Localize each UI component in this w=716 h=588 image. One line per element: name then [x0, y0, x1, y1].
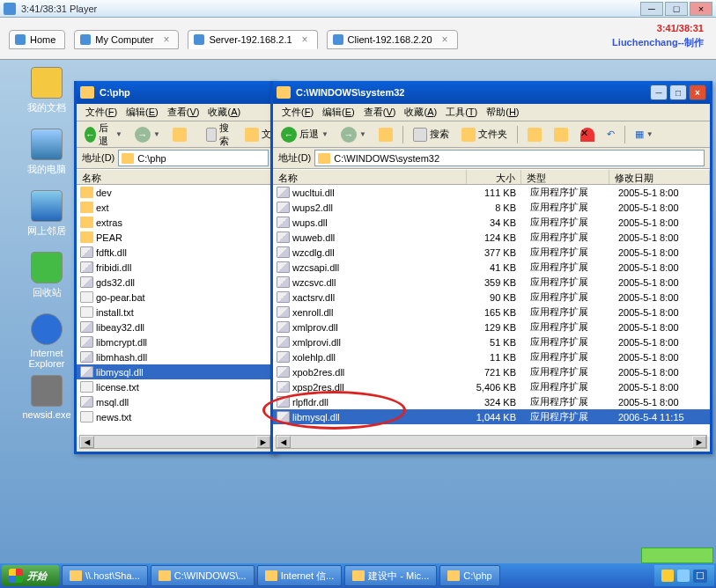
titlebar[interactable]: C:\php: [77, 81, 274, 104]
col-type[interactable]: 类型: [521, 170, 609, 184]
copy-to-button[interactable]: [550, 125, 572, 144]
menu-v[interactable]: 查看(V): [360, 104, 400, 121]
undo-button[interactable]: ↶: [602, 125, 619, 144]
file-row[interactable]: news.txt: [77, 409, 274, 424]
folders-button[interactable]: 文件夹: [457, 125, 512, 144]
file-row[interactable]: wups2.dll8 KB应用程序扩展2005-5-1 8:00: [273, 200, 710, 215]
language-indicator[interactable]: ☐: [693, 570, 707, 583]
desktop-icon-ie[interactable]: Internet Explorer: [16, 313, 78, 369]
desktop-icon-docs[interactable]: 我的文档: [16, 67, 78, 114]
taskbar-button-3[interactable]: 建设中 - Mic...: [344, 565, 437, 586]
views-button[interactable]: ▦▼: [631, 125, 658, 144]
back-button[interactable]: ←后退▼: [80, 125, 127, 144]
menu-e[interactable]: 编辑(E): [122, 104, 162, 121]
desktop[interactable]: 我的文档我的电脑网上邻居回收站Internet Explorernewsid.e…: [0, 60, 716, 570]
taskbar-button-0[interactable]: \\.host\Sha...: [62, 565, 148, 586]
tab-close-button[interactable]: ×: [163, 33, 169, 46]
start-button[interactable]: 开始: [2, 565, 59, 586]
vm-tab-1[interactable]: My Computer×: [74, 30, 179, 49]
menu-t[interactable]: 工具(T): [442, 104, 481, 121]
col-size[interactable]: 大小: [467, 170, 521, 184]
tray-icon[interactable]: [677, 570, 690, 582]
titlebar[interactable]: C:\WINDOWS\system32 ─ □ ×: [273, 81, 710, 104]
col-date[interactable]: 修改日期: [609, 170, 710, 184]
file-row[interactable]: libmhash.dll: [77, 349, 274, 364]
file-row[interactable]: dev: [77, 185, 274, 200]
file-row[interactable]: wzcdlg.dll377 KB应用程序扩展2005-5-1 8:00: [273, 245, 710, 260]
file-row[interactable]: libeay32.dll: [77, 320, 274, 334]
scrollbar-horizontal[interactable]: ◄►: [276, 435, 707, 449]
file-row[interactable]: gds32.dll: [77, 275, 274, 290]
desktop-icon-mycomp[interactable]: 我的电脑: [16, 129, 78, 176]
up-button[interactable]: [168, 125, 191, 144]
file-list[interactable]: devextextrasPEARfdftk.dllfribidi.dllgds3…: [77, 185, 274, 437]
file-row[interactable]: wups.dll34 KB应用程序扩展2005-5-1 8:00: [273, 215, 710, 230]
vm-tab-2[interactable]: Server-192.168.2.1×: [188, 30, 317, 49]
file-row[interactable]: wucltui.dll111 KB应用程序扩展2005-5-1 8:00: [273, 185, 710, 200]
address-input[interactable]: C:\php: [118, 150, 269, 166]
vm-tab-0[interactable]: Home: [9, 30, 65, 49]
file-row[interactable]: wuweb.dll124 KB应用程序扩展2005-5-1 8:00: [273, 230, 710, 245]
tab-close-button[interactable]: ×: [442, 33, 448, 46]
column-headers[interactable]: 名称 大小 类型 修改日期: [273, 169, 710, 185]
scroll-left-button[interactable]: ◄: [277, 436, 291, 448]
back-button[interactable]: ←后退▼: [277, 125, 333, 144]
file-row[interactable]: libmysql.dll: [77, 364, 274, 379]
search-button[interactable]: 搜索: [202, 125, 237, 144]
file-row[interactable]: license.txt: [77, 379, 274, 394]
file-row[interactable]: rlpfldr.dll324 KB应用程序扩展2005-5-1 8:00: [273, 394, 710, 409]
file-row[interactable]: PEAR: [77, 230, 274, 245]
file-row[interactable]: xenroll.dll165 KB应用程序扩展2005-5-1 8:00: [273, 305, 710, 320]
taskbar-button-4[interactable]: C:\php: [439, 565, 499, 586]
vm-tab-3[interactable]: Client-192.168.2.20×: [327, 30, 458, 49]
file-row[interactable]: fribidi.dll: [77, 260, 274, 275]
taskbar-button-1[interactable]: C:\WINDOWS\...: [151, 565, 255, 586]
file-row[interactable]: extras: [77, 215, 274, 230]
menu-a[interactable]: 收藏(A): [204, 104, 244, 121]
address-input[interactable]: C:\WINDOWS\system32: [314, 150, 705, 166]
file-row[interactable]: libmcrypt.dll: [77, 334, 274, 349]
file-row[interactable]: xpsp2res.dll5,406 KB应用程序扩展2005-5-1 8:00: [273, 379, 710, 394]
forward-button[interactable]: →▼: [336, 125, 371, 144]
vm-minimize-button[interactable]: ─: [640, 2, 663, 16]
file-row[interactable]: go-pear.bat: [77, 290, 274, 305]
file-row[interactable]: xmlprovi.dll51 KB应用程序扩展2005-5-1 8:00: [273, 334, 710, 349]
maximize-button[interactable]: □: [669, 85, 687, 100]
desktop-icon-exe[interactable]: newsid.exe: [16, 375, 78, 420]
file-row[interactable]: xactsrv.dll90 KB应用程序扩展2005-5-1 8:00: [273, 290, 710, 305]
scroll-left-button[interactable]: ◄: [80, 436, 94, 448]
file-row[interactable]: fdftk.dll: [77, 245, 274, 260]
desktop-icon-neigh[interactable]: 网上邻居: [16, 190, 78, 238]
menu-a[interactable]: 收藏(A): [401, 104, 440, 121]
desktop-icon-recyc[interactable]: 回收站: [16, 252, 78, 299]
col-name[interactable]: 名称: [77, 170, 274, 184]
file-row[interactable]: libmysql.dll1,044 KB应用程序扩展2006-5-4 11:15: [273, 409, 710, 424]
file-row[interactable]: xolehlp.dll11 KB应用程序扩展2005-5-1 8:00: [273, 349, 710, 364]
scroll-right-button[interactable]: ►: [692, 436, 706, 448]
up-button[interactable]: [374, 125, 397, 144]
file-row[interactable]: xmlprov.dll129 KB应用程序扩展2005-5-1 8:00: [273, 320, 710, 334]
scrollbar-horizontal[interactable]: ◄►: [79, 435, 271, 449]
search-button[interactable]: 搜索: [409, 125, 454, 144]
col-name[interactable]: 名称: [273, 170, 467, 184]
scroll-right-button[interactable]: ►: [256, 436, 270, 448]
file-row[interactable]: msql.dll: [77, 394, 274, 409]
file-list[interactable]: wucltui.dll111 KB应用程序扩展2005-5-1 8:00wups…: [273, 185, 710, 437]
delete-button[interactable]: ✕: [576, 125, 599, 144]
system-tray[interactable]: ☐: [654, 565, 714, 586]
menu-f[interactable]: 文件(F): [278, 104, 317, 121]
menu-f[interactable]: 文件(F): [82, 104, 121, 121]
forward-button[interactable]: →▼: [130, 125, 165, 144]
move-to-button[interactable]: [523, 125, 546, 144]
file-row[interactable]: wzcsvc.dll359 KB应用程序扩展2005-5-1 8:00: [273, 275, 710, 290]
minimize-button[interactable]: ─: [650, 85, 668, 100]
tray-icon[interactable]: [661, 570, 674, 582]
file-row[interactable]: wzcsapi.dll41 KB应用程序扩展2005-5-1 8:00: [273, 260, 710, 275]
menu-e[interactable]: 编辑(E): [319, 104, 358, 121]
menu-v[interactable]: 查看(V): [164, 104, 203, 121]
close-button[interactable]: ×: [689, 85, 706, 100]
vm-close-button[interactable]: ×: [690, 2, 712, 16]
file-row[interactable]: install.txt: [77, 305, 274, 320]
column-headers[interactable]: 名称: [77, 169, 274, 185]
menu-h[interactable]: 帮助(H): [483, 104, 522, 121]
